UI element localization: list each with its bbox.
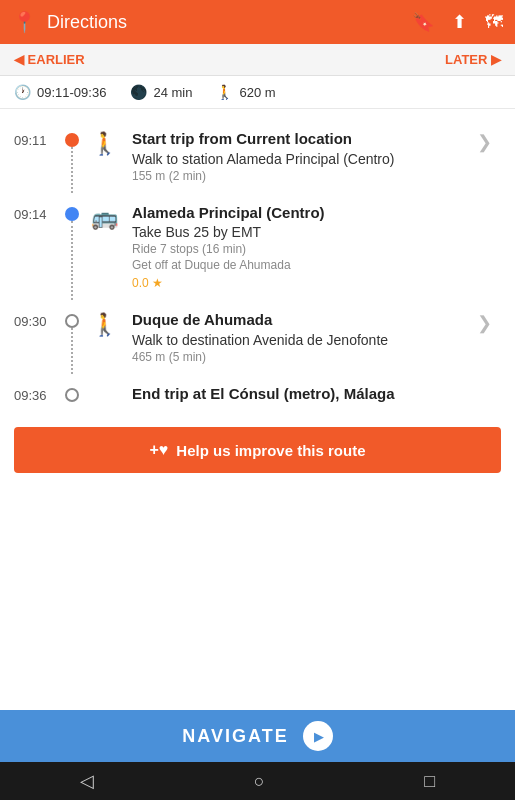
step-3-connector	[60, 300, 84, 374]
step-1-content: Start trip from Current location Walk to…	[124, 119, 477, 193]
location-icon: 📍	[12, 10, 37, 34]
step-4-icon-col	[84, 374, 124, 414]
step-1-detail: 155 m (2 min)	[132, 169, 477, 183]
summary-bar: 🕐 09:11-09:36 🌑 24 min 🚶 620 m	[0, 76, 515, 109]
step-4-content: End trip at El Cónsul (metro), Málaga	[124, 374, 477, 414]
step-4: 09:36 End trip at El Cónsul (metro), Mál…	[0, 374, 515, 414]
moon-icon: 🌑	[130, 84, 147, 100]
step-4-dot	[65, 388, 79, 402]
step-3-icon-col: 🚶	[84, 300, 124, 374]
home-button[interactable]: ○	[254, 771, 265, 792]
rating-value: 0.0	[132, 276, 149, 290]
step-3-content: Duque de Ahumada Walk to destination Ave…	[124, 300, 477, 374]
star-icon: ★	[152, 276, 163, 290]
bookmark-icon[interactable]: 🔖	[412, 11, 434, 33]
improve-icon: +♥	[149, 441, 168, 459]
step-2-subtitle: Take Bus 25 by EMT	[132, 224, 477, 240]
step-4-title: End trip at El Cónsul (metro), Málaga	[132, 384, 477, 404]
step-2-detail1: Ride 7 stops (16 min)	[132, 242, 477, 256]
recent-button[interactable]: □	[424, 771, 435, 792]
step-1-line	[71, 147, 73, 193]
step-2-icon-col: 🚌	[84, 193, 124, 301]
walk-icon-3: 🚶	[91, 312, 118, 374]
step-2-time: 09:14	[14, 193, 60, 301]
step-1: 09:11 🚶 Start trip from Current location…	[0, 109, 515, 193]
step-2-chevron	[477, 193, 501, 301]
step-1-connector	[60, 119, 84, 193]
map-icon[interactable]: 🗺	[485, 12, 503, 33]
share-icon[interactable]: ⬆	[452, 11, 467, 33]
step-2-dot	[65, 207, 79, 221]
navigate-play-button[interactable]	[303, 721, 333, 751]
step-1-subtitle: Walk to station Alameda Principal (Centr…	[132, 151, 477, 167]
step-2-line	[71, 221, 73, 301]
step-2-title: Alameda Principal (Centro)	[132, 203, 477, 223]
step-3-chevron: ❯	[477, 300, 501, 374]
bus-rating: 0.0 ★	[132, 276, 477, 290]
step-1-chevron: ❯	[477, 119, 501, 193]
improve-button[interactable]: +♥ Help us improve this route	[14, 427, 501, 473]
step-1-icon-col: 🚶	[84, 119, 124, 193]
time-range: 🕐 09:11-09:36	[14, 84, 106, 100]
step-3-dot	[65, 314, 79, 328]
navigate-label: NAVIGATE	[182, 726, 288, 747]
walk-icon-1: 🚶	[91, 131, 118, 193]
step-1-title: Start trip from Current location	[132, 129, 477, 149]
earlier-button[interactable]: ◀ EARLIER	[14, 52, 85, 67]
bus-icon: 🚌	[91, 205, 118, 301]
step-4-time: 09:36	[14, 374, 60, 414]
navigate-bar[interactable]: NAVIGATE	[0, 710, 515, 762]
steps-container: 09:11 🚶 Start trip from Current location…	[0, 109, 515, 413]
step-1-time: 09:11	[14, 119, 60, 193]
header: 📍 Directions 🔖 ⬆ 🗺	[0, 0, 515, 44]
header-title: Directions	[47, 12, 402, 33]
step-3-line	[71, 328, 73, 374]
step-4-chevron	[477, 374, 501, 414]
step-2-content: Alameda Principal (Centro) Take Bus 25 b…	[124, 193, 477, 301]
back-button[interactable]: ◁	[80, 770, 94, 792]
improve-label: Help us improve this route	[176, 442, 365, 459]
android-nav-bar: ◁ ○ □	[0, 762, 515, 800]
distance: 🚶 620 m	[216, 84, 275, 100]
step-2-connector	[60, 193, 84, 301]
clock-icon: 🕐	[14, 84, 31, 100]
nav-bar: ◀ EARLIER LATER ▶	[0, 44, 515, 76]
duration: 🌑 24 min	[130, 84, 192, 100]
step-3-time: 09:30	[14, 300, 60, 374]
step-2-detail2: Get off at Duque de Ahumada	[132, 258, 477, 272]
step-1-dot	[65, 133, 79, 147]
walk-summary-icon: 🚶	[216, 84, 233, 100]
step-3-detail: 465 m (5 min)	[132, 350, 477, 364]
step-3-title: Duque de Ahumada	[132, 310, 477, 330]
step-2: 09:14 🚌 Alameda Principal (Centro) Take …	[0, 193, 515, 301]
step-3: 09:30 🚶 Duque de Ahumada Walk to destina…	[0, 300, 515, 374]
later-button[interactable]: LATER ▶	[445, 52, 501, 67]
step-3-subtitle: Walk to destination Avenida de Jenofonte	[132, 332, 477, 348]
header-actions: 🔖 ⬆ 🗺	[412, 11, 503, 33]
step-4-connector	[60, 374, 84, 414]
